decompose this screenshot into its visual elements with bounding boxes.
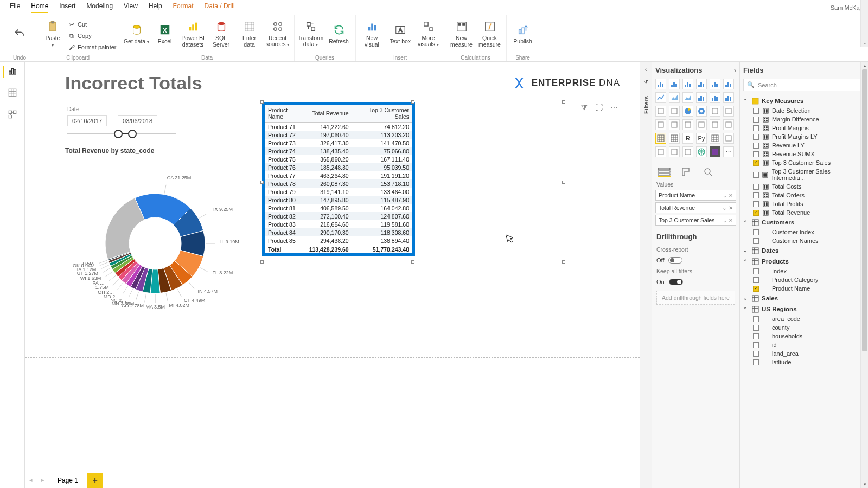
viz-type-bar[interactable] — [682, 79, 693, 89]
date-slider[interactable] — [67, 129, 176, 139]
data-view-button[interactable] — [8, 88, 17, 100]
menu-format[interactable]: Format — [173, 2, 194, 13]
field-item[interactable]: Profit Margins LY — [743, 132, 865, 141]
vertical-scrollbar[interactable]: ▴ ▾ — [860, 62, 868, 488]
table-row[interactable]: Product 83216,664.60119,581.60 — [265, 220, 412, 228]
checkbox[interactable] — [753, 184, 759, 190]
remove-icon[interactable]: ✕ — [729, 217, 733, 223]
field-item[interactable]: Profit Margins — [743, 124, 865, 132]
table-row[interactable]: Product 79319,141.10133,464.00 — [265, 188, 412, 196]
menu-view[interactable]: View — [124, 2, 138, 13]
pbi-datasets-button[interactable]: Power BI datasets — [180, 16, 206, 51]
field-item[interactable]: area_code — [743, 314, 865, 323]
viz-type-line[interactable] — [655, 92, 666, 103]
viz-type-slicer[interactable] — [723, 119, 734, 130]
table-row[interactable]: Product 72197,060.40113,203.20 — [265, 131, 412, 139]
table-customers[interactable]: ⌃Customers — [743, 217, 865, 228]
checkbox[interactable] — [753, 342, 759, 348]
table-sales[interactable]: ⌄Sales — [743, 293, 865, 304]
cross-report-toggle[interactable]: Off — [656, 257, 735, 264]
field-item[interactable]: Total Revenue — [743, 208, 865, 217]
table-row[interactable]: Product 80147,895.80115,487.90 — [265, 196, 412, 204]
field-item[interactable]: Total Orders — [743, 191, 865, 200]
table-key-measures[interactable]: ⌃Key Measures — [743, 95, 865, 106]
field-item[interactable]: county — [743, 323, 865, 332]
viz-type-card[interactable] — [682, 119, 693, 130]
table-us-regions[interactable]: ⌃US Regions — [743, 304, 865, 314]
viz-type-donut[interactable] — [696, 106, 707, 117]
undo-button[interactable] — [7, 16, 33, 51]
slider-handle-right[interactable] — [128, 130, 137, 138]
viz-type-card[interactable] — [696, 119, 707, 130]
format-mode-icon[interactable] — [680, 167, 693, 177]
table-row[interactable]: Product 74138,435.4075,066.80 — [265, 147, 412, 155]
checkbox[interactable] — [753, 160, 759, 166]
menu-help[interactable]: Help — [149, 2, 162, 13]
table-row[interactable]: Product 78260,087.30153,718.10 — [265, 179, 412, 188]
chevron-down-icon[interactable]: ⌵ — [723, 192, 726, 198]
viz-type-tree[interactable] — [710, 106, 720, 117]
refresh-button[interactable]: Refresh — [326, 16, 352, 51]
table-products[interactable]: ⌃Products — [743, 256, 865, 267]
table-visual[interactable]: Product NameTotal RevenueTop 3 Customer … — [262, 102, 415, 256]
chevron-down-icon[interactable]: ⌵ — [723, 217, 726, 223]
chevron-down-icon[interactable]: ⌵ — [723, 205, 726, 211]
checkbox[interactable] — [753, 192, 759, 198]
viz-type-map[interactable] — [723, 106, 734, 117]
publish-button[interactable]: Publish — [510, 16, 536, 51]
viz-type-bar[interactable] — [696, 79, 707, 89]
cut-button[interactable]: ✂Cut — [68, 20, 117, 29]
fields-mode-icon[interactable] — [658, 167, 671, 177]
viz-type-table[interactable] — [655, 133, 666, 144]
recent-sources-button[interactable]: Recent sources ▾ — [265, 16, 291, 51]
viz-type-chat[interactable] — [682, 146, 693, 157]
viz-type-ribbon[interactable] — [655, 106, 666, 117]
checkbox[interactable] — [753, 151, 759, 157]
field-item[interactable]: Total Costs — [743, 182, 865, 191]
field-item[interactable]: Date Selection — [743, 106, 865, 115]
viz-type-gauge[interactable] — [669, 119, 680, 130]
field-item[interactable]: Total Profits — [743, 200, 865, 208]
viz-type-bar[interactable] — [710, 79, 720, 89]
enter-data-button[interactable]: Enter data — [237, 16, 263, 51]
viz-type-arc[interactable] — [655, 146, 666, 157]
checkbox[interactable] — [753, 316, 759, 322]
field-item[interactable]: Customer Names — [743, 236, 865, 245]
viz-type-bar[interactable] — [655, 79, 666, 89]
field-item[interactable]: Product Name — [743, 284, 865, 293]
menu-modeling[interactable]: Modeling — [86, 2, 113, 13]
viz-type-bar[interactable] — [723, 79, 734, 89]
checkbox[interactable] — [753, 359, 759, 365]
field-item[interactable]: households — [743, 332, 865, 341]
format-painter-button[interactable]: 🖌Format painter — [68, 42, 117, 52]
viz-type-bar[interactable] — [723, 92, 734, 103]
table-dates[interactable]: ⌄Dates — [743, 245, 865, 256]
page-tab-1[interactable]: Page 1 — [49, 473, 87, 488]
field-well[interactable]: Product Name⌵✕ — [655, 190, 736, 201]
field-item[interactable]: latitude — [743, 358, 865, 367]
table-row[interactable]: Product 85294,438.20136,894.40 — [265, 236, 412, 245]
column-header[interactable]: Product Name — [265, 105, 306, 123]
checkbox[interactable] — [753, 229, 759, 235]
field-item[interactable]: Customer Index — [743, 228, 865, 236]
column-header[interactable]: Top 3 Customer Sales — [352, 105, 412, 123]
table-row[interactable]: Product 81406,589.50164,042.80 — [265, 204, 412, 212]
checkbox[interactable] — [753, 134, 759, 140]
transform-data-button[interactable]: Transform data ▾ — [298, 16, 324, 51]
checkbox[interactable] — [753, 117, 759, 123]
table-row[interactable]: Product 71141,222.6074,812.20 — [265, 123, 412, 131]
report-view-button[interactable] — [3, 66, 17, 78]
viz-type-funnel[interactable] — [655, 119, 666, 130]
checkbox[interactable] — [753, 108, 759, 114]
keep-filters-toggle[interactable]: On — [656, 279, 735, 285]
remove-icon[interactable]: ✕ — [729, 205, 733, 211]
get-data-button[interactable]: Get data ▾ — [124, 16, 150, 51]
paste-button[interactable]: Paste ▾ — [40, 16, 66, 51]
donut-slice-other[interactable] — [105, 198, 144, 259]
page-next[interactable]: ▸ — [37, 473, 49, 488]
more-visuals-button[interactable]: More visuals ▾ — [416, 16, 442, 51]
copy-button[interactable]: ⧉Copy — [68, 31, 117, 41]
focus-mode-icon[interactable]: ⛶ — [595, 103, 603, 112]
drillthrough-drop[interactable]: Add drillthrough fields here — [656, 291, 735, 305]
checkbox[interactable] — [753, 286, 759, 292]
